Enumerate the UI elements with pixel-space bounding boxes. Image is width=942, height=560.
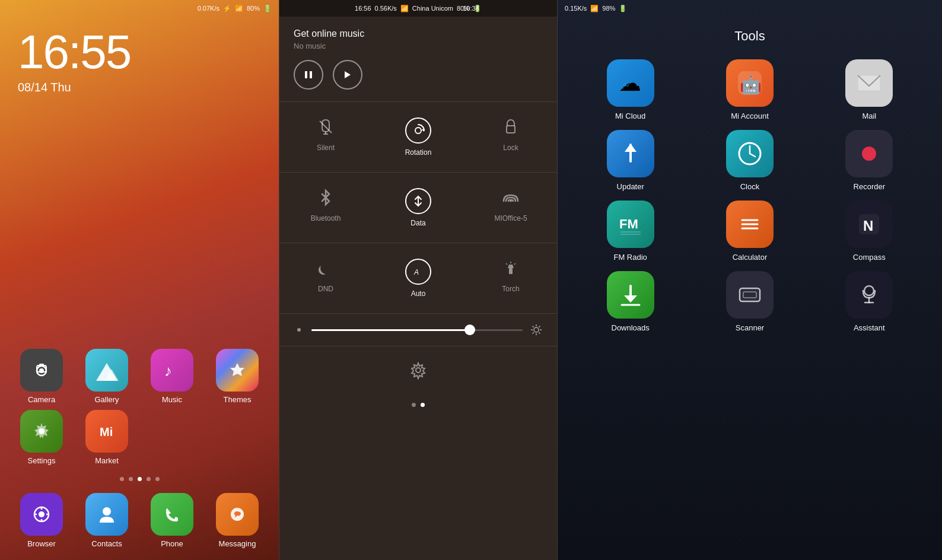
qs-toggle-mioffice[interactable]: MIOffice-5	[464, 179, 557, 237]
app-market[interactable]: Mi Market	[77, 410, 136, 465]
app-contacts-icon	[85, 493, 128, 536]
qs-silent-label: Silent	[317, 144, 335, 152]
qs-toggle-rotation[interactable]: Rotation	[372, 108, 464, 166]
tool-assistant[interactable]: Assistant	[814, 271, 924, 332]
app-music[interactable]: ♪ Music	[142, 349, 202, 404]
qs-settings-icon[interactable]	[409, 361, 428, 384]
qs-toggle-dnd[interactable]: DND	[279, 249, 372, 307]
svg-point-10	[39, 511, 44, 517]
brightness-thumb[interactable]	[464, 324, 475, 335]
qs-lock-icon	[501, 117, 520, 139]
home-speed: 0.07K/s	[198, 5, 219, 12]
app-themes[interactable]: Themes	[208, 349, 267, 404]
svg-rect-3	[39, 364, 44, 366]
svg-point-38	[416, 368, 421, 373]
app-music-icon: ♪	[151, 349, 193, 392]
qs-music-controls	[294, 60, 543, 90]
tool-compass[interactable]: N Compass	[814, 201, 924, 262]
tool-fm-radio-label: FM Radio	[613, 253, 647, 262]
qs-brightness-control	[279, 314, 557, 346]
tool-assistant-label: Assistant	[854, 323, 885, 332]
app-browser[interactable]: Browser	[12, 493, 71, 548]
qs-toggles-row2: Bluetooth Data MIOffice-5	[279, 173, 557, 243]
qs-dot-1	[412, 403, 416, 407]
qs-music-subtitle: No music	[294, 42, 543, 50]
quick-settings-panel: 16:56 0.56K/s 📶 China Unicom 80% 🔋 Get o…	[279, 0, 558, 560]
svg-text:☁: ☁	[619, 71, 641, 96]
tool-fm-radio[interactable]: FM FM Radio	[575, 201, 685, 262]
svg-line-48	[750, 154, 755, 157]
app-browser-icon	[20, 493, 63, 536]
app-dock: Browser Contacts Phone Messaging	[0, 487, 279, 560]
tool-recorder[interactable]: Recorder	[814, 130, 924, 191]
tool-updater-icon	[607, 130, 654, 177]
qs-wifi-icon: 📶	[400, 5, 409, 12]
app-camera[interactable]: Camera	[12, 349, 71, 404]
svg-line-37	[539, 326, 540, 327]
svg-text:N: N	[863, 218, 873, 234]
qs-time: 16:56	[355, 5, 371, 12]
qs-dnd-icon	[316, 259, 335, 280]
qs-toggle-auto[interactable]: A Auto	[372, 249, 464, 307]
tool-mi-account[interactable]: 🤖 Mi Account	[695, 59, 804, 120]
app-settings-icon	[20, 410, 63, 453]
tool-mail[interactable]: Mail	[814, 59, 924, 120]
dot-2	[129, 477, 133, 481]
qs-dot-2-active	[421, 403, 425, 407]
app-contacts-label: Contacts	[91, 539, 122, 548]
qs-settings-row	[279, 346, 557, 398]
app-contacts[interactable]: Contacts	[77, 493, 136, 548]
tool-calculator[interactable]: Calculator	[695, 201, 804, 262]
tool-mail-label: Mail	[862, 112, 876, 120]
app-themes-icon	[216, 349, 259, 392]
app-browser-label: Browser	[27, 539, 56, 548]
tool-mi-cloud[interactable]: ☁∞ Mi Cloud	[575, 59, 685, 120]
qs-data-label: Data	[410, 219, 425, 227]
qs-toggle-torch[interactable]: Torch	[464, 249, 557, 307]
tool-downloads[interactable]: Downloads	[575, 271, 685, 332]
qs-toggle-lock[interactable]: Lock	[464, 108, 557, 166]
tool-compass-icon: N	[845, 201, 893, 248]
app-messaging[interactable]: Messaging	[208, 493, 267, 548]
svg-text:Mi: Mi	[100, 425, 113, 438]
app-camera-label: Camera	[28, 395, 55, 404]
app-gallery[interactable]: Gallery	[77, 349, 136, 404]
tool-clock[interactable]: Clock	[695, 130, 804, 191]
qs-toggle-silent[interactable]: Silent	[279, 108, 372, 166]
svg-marker-20	[422, 128, 424, 132]
qs-auto-icon: A	[405, 259, 431, 285]
tool-scanner-icon	[726, 271, 774, 319]
svg-rect-13	[305, 71, 307, 78]
qs-next-button[interactable]	[333, 60, 362, 90]
tool-updater[interactable]: Updater	[575, 130, 685, 191]
svg-marker-15	[345, 71, 351, 78]
qs-pause-button[interactable]	[294, 60, 323, 90]
dot-1	[120, 477, 124, 481]
svg-rect-14	[310, 71, 312, 78]
home-screen: 0.07K/s ⚡ 📶 80% 🔋 16:55 08/14 Thu Camera…	[0, 0, 279, 560]
qs-mioffice-label: MIOffice-5	[494, 214, 527, 222]
app-phone[interactable]: Phone	[142, 493, 202, 548]
qs-status-bar: 16:56 0.56K/s 📶 China Unicom 80% 🔋	[279, 0, 557, 17]
qs-toggle-data[interactable]: Data	[372, 179, 464, 237]
brightness-track[interactable]	[311, 329, 523, 331]
qs-lock-label: Lock	[503, 144, 518, 152]
qs-carrier: China Unicom	[412, 5, 453, 12]
tool-clock-label: Clock	[740, 182, 760, 191]
brightness-fill	[311, 329, 470, 331]
app-settings[interactable]: Settings	[12, 410, 71, 465]
tool-fm-radio-icon: FM	[607, 201, 654, 248]
svg-rect-21	[507, 126, 515, 133]
tool-scanner[interactable]: Scanner	[695, 271, 804, 332]
app-messaging-label: Messaging	[219, 539, 256, 548]
tool-scanner-label: Scanner	[736, 323, 764, 332]
svg-line-26	[514, 263, 515, 265]
tool-updater-label: Updater	[617, 182, 644, 191]
tools-battery: 98%	[602, 5, 615, 12]
app-themes-label: Themes	[224, 395, 252, 404]
tools-grid: ☁∞ Mi Cloud 🤖 Mi Account Mail Updater	[558, 50, 942, 342]
app-phone-icon	[151, 493, 193, 536]
qs-toggle-bluetooth[interactable]: Bluetooth	[279, 179, 372, 237]
svg-text:♪: ♪	[164, 362, 172, 380]
tool-assistant-icon	[845, 271, 893, 319]
